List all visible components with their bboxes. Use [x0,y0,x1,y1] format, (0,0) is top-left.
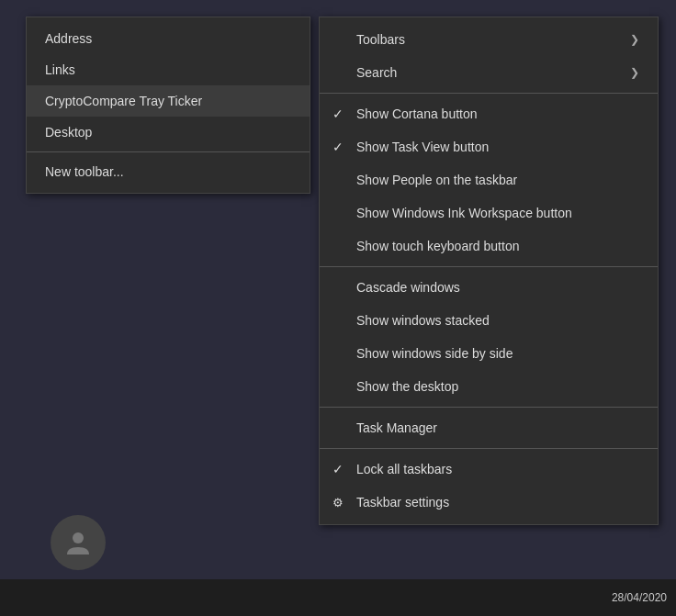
left-menu-item-crypto[interactable]: CryptoCompare Tray Ticker [27,85,310,117]
right-menu-divider-2 [320,266,658,267]
left-menu-divider [27,151,310,152]
right-menu-item-search[interactable]: Search ❯ [320,56,658,89]
clock: 28/04/2020 [612,591,667,604]
right-menu-item-task-manager[interactable]: Task Manager [320,411,658,444]
left-context-menu: Address Links CryptoCompare Tray Ticker … [26,17,310,194]
right-menu-item-ink[interactable]: Show Windows Ink Workspace button [320,196,658,230]
taskbar: 28/04/2020 [0,579,676,616]
right-menu-divider-3 [320,407,658,408]
right-menu-item-cascade[interactable]: Cascade windows [320,271,658,304]
right-menu-item-cortana[interactable]: ✓ Show Cortana button [320,97,658,130]
right-menu-item-taskbar-settings[interactable]: ⚙ Taskbar settings [320,486,658,519]
left-menu-item-address[interactable]: Address [27,23,310,54]
check-icon: ✓ [332,462,344,476]
right-menu-item-stacked[interactable]: Show windows stacked [320,304,658,337]
submenu-arrow-icon: ❯ [630,33,639,46]
submenu-arrow-icon: ❯ [630,66,639,79]
right-menu-divider-1 [320,93,658,94]
right-menu-item-side-by-side[interactable]: Show windows side by side [320,337,658,370]
right-menu-item-lock-taskbars[interactable]: ✓ Lock all taskbars [320,453,658,486]
right-menu-item-taskview[interactable]: ✓ Show Task View button [320,130,658,163]
svg-point-0 [73,532,84,543]
right-menu-item-people[interactable]: Show People on the taskbar [320,163,658,196]
avatar [51,515,106,570]
check-icon: ✓ [332,106,344,121]
left-menu-item-desktop[interactable]: Desktop [27,117,310,148]
right-menu-item-toolbars[interactable]: Toolbars ❯ [320,23,658,56]
right-menu-item-show-desktop[interactable]: Show the desktop [320,370,658,403]
check-icon: ✓ [332,140,344,154]
right-menu-divider-4 [320,448,658,449]
left-menu-item-links[interactable]: Links [27,54,310,85]
right-context-menu: Toolbars ❯ Search ❯ ✓ Show Cortana butto… [319,17,659,525]
gear-icon: ⚙ [332,496,344,510]
right-menu-item-touch-keyboard[interactable]: Show touch keyboard button [320,230,658,263]
left-menu-item-new-toolbar[interactable]: New toolbar... [27,156,310,187]
